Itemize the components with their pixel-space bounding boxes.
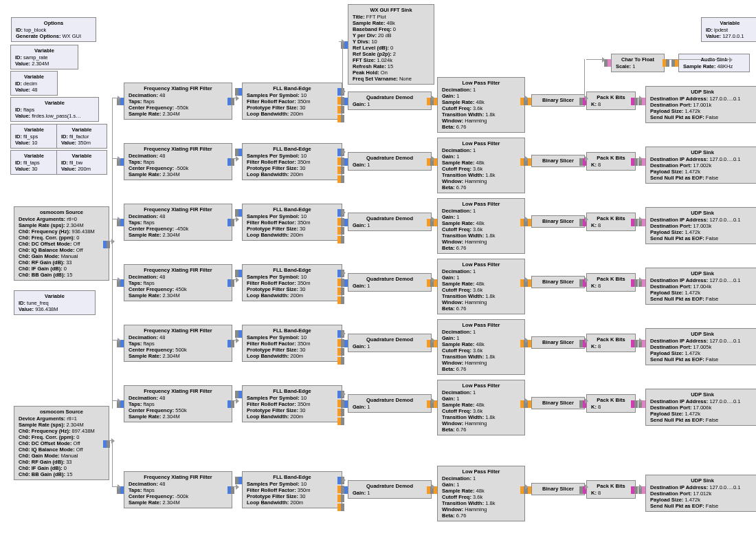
block-field: Gain: 1: [442, 214, 520, 220]
udp-sink-1[interactable]: UDP SinkDestination IP Address: 127.0.0……: [645, 147, 756, 184]
pack-kbits-0[interactable]: Pack K BitsK: 8: [586, 91, 636, 110]
var-fllfactor[interactable]: VariableID: fll_factorValue: 350m: [56, 124, 107, 149]
udp-sink-6[interactable]: UDP SinkDestination IP Address: 127.0.0……: [645, 475, 756, 512]
udp-sink-5[interactable]: UDP SinkDestination IP Address: 127.0.0……: [645, 389, 756, 426]
quad-demod-0[interactable]: Quadrature DemodGain: 1: [348, 91, 432, 110]
block-field: Beta: 6.76: [442, 245, 520, 251]
pack-kbits-3[interactable]: Pack K BitsK: 8: [586, 273, 636, 292]
connector: [233, 98, 236, 98]
fll-bandedge-4[interactable]: FLL Band-EdgeSamples Per Symbol: 10Filte…: [242, 325, 342, 362]
fll-bandedge-1[interactable]: FLL Band-EdgeSamples Per Symbol: 10Filte…: [242, 143, 342, 180]
port[interactable]: [344, 486, 348, 494]
fll-bandedge-6[interactable]: FLL Band-EdgeSamples Per Symbol: 10Filte…: [242, 471, 342, 508]
binary-slicer-3[interactable]: Binary Slicer: [531, 276, 585, 288]
binary-slicer-0[interactable]: Binary Slicer: [531, 94, 585, 107]
pack-kbits-4[interactable]: Pack K BitsK: 8: [586, 334, 636, 352]
quad-demod-5[interactable]: Quadrature DemodGain: 1: [348, 394, 432, 413]
lowpass-3[interactable]: Low Pass FilterDecimation: 1Gain: 1Sampl…: [437, 259, 525, 314]
port[interactable]: [238, 270, 242, 277]
fll-bandedge-2[interactable]: FLL Band-EdgeSamples Per Symbol: 10Filte…: [242, 204, 342, 241]
fir-filter-1[interactable]: Frequency Xlating FIR FilterDecimation: …: [124, 143, 232, 180]
udp-sink-0[interactable]: UDP SinkDestination IP Address: 127.0.0……: [645, 86, 756, 123]
quad-demod-6[interactable]: Quadrature DemodGain: 1: [348, 480, 432, 499]
lowpass-1[interactable]: Low Pass FilterDecimation: 1Gain: 1Sampl…: [437, 138, 525, 193]
lowpass-5[interactable]: Low Pass FilterDecimation: 1Gain: 1Sampl…: [437, 380, 525, 435]
block-field: Decimation: 48: [129, 92, 227, 98]
block-field: Y per Div: 20 dB: [353, 32, 430, 39]
var-ftaps[interactable]: VariableID: ftapsValue: firdes.low_pass(…: [10, 97, 99, 122]
fft-sink[interactable]: WX GUI FFT SinkTitle: FFT PlotSample Rat…: [348, 4, 434, 85]
binary-slicer-6[interactable]: Binary Slicer: [531, 483, 585, 495]
var-fllsps[interactable]: VariableID: fll_spsValue: 10: [10, 124, 58, 149]
pack-kbits-6[interactable]: Pack K BitsK: 8: [586, 480, 636, 499]
var-flltaps[interactable]: VariableID: fll_tapsValue: 30: [10, 150, 58, 175]
port[interactable]: [344, 400, 348, 408]
connector: [112, 400, 118, 401]
var-ipdest[interactable]: VariableID: ipdestValue: 127.0.0.1: [701, 17, 756, 42]
port[interactable]: [238, 330, 242, 338]
lowpass-4[interactable]: Low Pass FilterDecimation: 1Gain: 1Sampl…: [437, 319, 525, 375]
fir-filter-0[interactable]: Frequency Xlating FIR FilterDecimation: …: [124, 83, 232, 120]
quad-demod-3[interactable]: Quadrature DemodGain: 1: [348, 273, 432, 292]
var-fllbw[interactable]: VariableID: fll_bwValue: 200m: [56, 150, 107, 175]
fll-bandedge-5[interactable]: FLL Band-EdgeSamples Per Symbol: 10Filte…: [242, 385, 342, 422]
udp-sink-2[interactable]: UDP SinkDestination IP Address: 127.0.0……: [645, 207, 756, 244]
block-field: Refresh Rate: 15: [353, 63, 430, 69]
var-tunefreq[interactable]: VariableID: tune_freqValue: 936.438M: [14, 290, 96, 315]
port[interactable]: [238, 149, 242, 156]
pack-kbits-2[interactable]: Pack K BitsK: 8: [586, 213, 636, 231]
char-to-float[interactable]: Char To FloatScale: 1: [611, 54, 665, 72]
port[interactable]: [344, 340, 348, 347]
lowpass-0[interactable]: Low Pass FilterDecimation: 1Gain: 1Sampl…: [437, 77, 525, 133]
options-block[interactable]: OptionsID: top_blockGenerate Options: WX…: [11, 17, 96, 42]
pack-kbits-1[interactable]: Pack K BitsK: 8: [586, 152, 636, 171]
block-title: Binary Slicer: [536, 97, 580, 103]
binary-slicer-4[interactable]: Binary Slicer: [531, 336, 585, 349]
osmocom-source-0[interactable]: osmocom SourceDevice Arguments: rtl=0Sam…: [14, 206, 109, 281]
block-field: Sample Rate: 2.304M: [129, 171, 227, 177]
fir-filter-5[interactable]: Frequency Xlating FIR FilterDecimation: …: [124, 385, 232, 422]
binary-slicer-5[interactable]: Binary Slicer: [531, 397, 585, 409]
udp-sink-3[interactable]: UDP SinkDestination IP Address: 127.0.0……: [645, 268, 756, 305]
port[interactable]: [344, 158, 348, 166]
osmocom-source-1[interactable]: osmocom SourceDevice Arguments: rtl=1Sam…: [14, 406, 109, 480]
block-field: Filter Rolloff Factor: 350m: [247, 280, 337, 286]
block-field: Value: 48: [15, 87, 53, 93]
lowpass-6[interactable]: Low Pass FilterDecimation: 1Gain: 1Sampl…: [437, 466, 525, 521]
connector: [636, 98, 640, 98]
port[interactable]: [608, 59, 611, 67]
port-tab: [666, 59, 669, 67]
fir-filter-2[interactable]: Frequency Xlating FIR FilterDecimation: …: [124, 204, 232, 241]
port[interactable]: [344, 98, 348, 105]
fir-filter-6[interactable]: Frequency Xlating FIR FilterDecimation: …: [124, 471, 232, 508]
block-field: Sample Rate: 48KHz: [683, 63, 745, 69]
port[interactable]: [238, 88, 242, 96]
udp-sink-4[interactable]: UDP SinkDestination IP Address: 127.0.0……: [645, 328, 756, 365]
block-field: Sample Rate: 48k: [442, 99, 520, 105]
block-field: Transition Width: 1.8k: [442, 293, 520, 299]
quad-demod-4[interactable]: Quadrature DemodGain: 1: [348, 334, 432, 352]
fll-bandedge-3[interactable]: FLL Band-EdgeSamples Per Symbol: 10Filte…: [242, 264, 342, 301]
port[interactable]: [675, 59, 678, 67]
binary-slicer-1[interactable]: Binary Slicer: [531, 155, 585, 167]
var-decim[interactable]: VariableID: decimValue: 48: [10, 71, 58, 96]
binary-slicer-2[interactable]: Binary Slicer: [531, 215, 585, 228]
fir-filter-4[interactable]: Frequency Xlating FIR FilterDecimation: …: [124, 325, 232, 362]
block-field: Ch0: BB Gain (dB): 15: [19, 272, 104, 278]
lowpass-2[interactable]: Low Pass FilterDecimation: 1Gain: 1Sampl…: [437, 198, 525, 254]
port[interactable]: [238, 209, 242, 217]
fll-bandedge-0[interactable]: FLL Band-EdgeSamples Per Symbol: 10Filte…: [242, 83, 342, 120]
fir-filter-3[interactable]: Frequency Xlating FIR FilterDecimation: …: [124, 264, 232, 301]
port[interactable]: [238, 477, 242, 484]
block-field: Prototype Filter Size: 30: [247, 165, 337, 171]
connector: [636, 158, 640, 159]
pack-kbits-5[interactable]: Pack K BitsK: 8: [586, 394, 636, 413]
port[interactable]: [238, 391, 242, 398]
quad-demod-2[interactable]: Quadrature DemodGain: 1: [348, 213, 432, 231]
var-samprate[interactable]: VariableID: samp_rateValue: 2.304M: [10, 45, 78, 69]
block-title: Binary Slicer: [536, 486, 580, 492]
port[interactable]: [344, 279, 348, 287]
quad-demod-1[interactable]: Quadrature DemodGain: 1: [348, 152, 432, 171]
audio-sink[interactable]: Audio SinkSample Rate: 48KHz: [678, 54, 750, 72]
port[interactable]: [344, 219, 348, 226]
